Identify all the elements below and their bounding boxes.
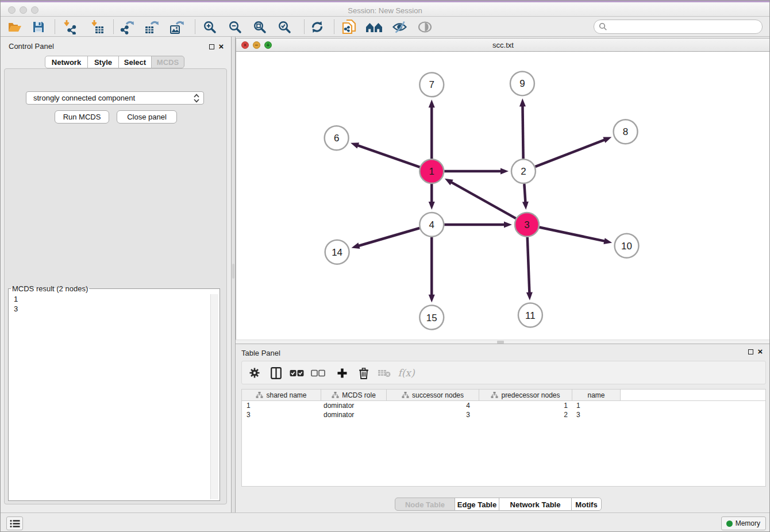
graph-edge-arrowhead <box>429 99 435 107</box>
import-network-icon[interactable] <box>60 18 79 35</box>
column-header-shared-name[interactable]: shared name <box>242 390 321 400</box>
column-label: MCDS role <box>342 391 376 399</box>
run-mcds-button[interactable]: Run MCDS <box>55 110 109 124</box>
result-scrollbar[interactable] <box>210 294 218 499</box>
graph-edge[interactable] <box>357 228 419 246</box>
tab-network-table[interactable]: Network Table <box>499 498 572 511</box>
add-row-icon[interactable] <box>334 365 350 380</box>
zoom-in-icon[interactable] <box>201 18 219 35</box>
main-toolbar <box>1 17 769 37</box>
graph-edge[interactable] <box>535 140 606 167</box>
search-icon <box>599 22 607 31</box>
tab-network[interactable]: Network <box>45 56 88 68</box>
delete-row-icon[interactable] <box>356 365 372 380</box>
table-settings-icon[interactable] <box>247 365 263 380</box>
search-field[interactable] <box>594 20 763 34</box>
search-input[interactable] <box>607 23 762 31</box>
table-tabs: Node Table Edge Table Network Table Moti… <box>395 498 602 511</box>
graph-edge[interactable] <box>528 237 530 294</box>
tab-mcds[interactable]: MCDS <box>151 56 184 68</box>
criterion-dropdown[interactable]: strongly connected component <box>26 91 204 105</box>
graph-edge[interactable] <box>356 145 419 167</box>
graph-node-label: 6 <box>334 133 339 144</box>
close-icon: × <box>758 349 763 354</box>
table-panel-float-button[interactable] <box>747 348 754 355</box>
function-builder-icon[interactable]: f(x) <box>396 365 417 380</box>
cell-successor-nodes[interactable]: 4 <box>387 402 479 410</box>
export-image-icon[interactable] <box>168 18 186 35</box>
column-label: predecessor nodes <box>501 391 560 399</box>
clone-network-icon[interactable] <box>340 18 358 35</box>
cell-name[interactable]: 1 <box>572 402 621 410</box>
column-header-successor-nodes[interactable]: successor nodes <box>387 390 479 400</box>
deselect-all-icon[interactable] <box>310 365 326 380</box>
mcds-result-box: MCDS result (2 nodes) 1 3 <box>8 284 220 501</box>
table-row[interactable]: 3 dominator 3 2 3 <box>242 410 765 419</box>
export-table-icon[interactable] <box>143 18 161 35</box>
cell-mcds-role[interactable]: dominator <box>321 411 387 419</box>
control-panel-close-button[interactable]: × <box>218 43 225 50</box>
graph-edge-arrowhead <box>526 292 533 300</box>
export-network-icon[interactable] <box>118 18 136 35</box>
graph-edge-arrowhead <box>504 221 512 228</box>
column-header-predecessor-nodes[interactable]: predecessor nodes <box>479 390 572 400</box>
graph-edge-arrowhead <box>522 202 529 210</box>
show-all-icon[interactable] <box>415 18 434 35</box>
first-neighbors-icon[interactable] <box>365 18 383 35</box>
close-panel-button[interactable]: Close panel <box>117 110 177 124</box>
tab-edge-table[interactable]: Edge Table <box>455 498 499 511</box>
graph-edge[interactable] <box>450 182 515 218</box>
table-panel: Table Panel × <box>236 344 770 512</box>
network-window-titlebar[interactable]: × − + scc.txt <box>236 38 770 52</box>
zoom-selected-icon[interactable] <box>275 18 294 35</box>
tab-select[interactable]: Select <box>118 56 152 68</box>
memory-button[interactable]: Memory <box>721 516 766 530</box>
tab-node-table[interactable]: Node Table <box>395 498 455 511</box>
table-panel-close-button[interactable]: × <box>757 348 764 355</box>
zoom-out-icon[interactable] <box>226 18 244 35</box>
graph-edge[interactable] <box>539 227 606 241</box>
network-canvas[interactable]: 1234678910111415 <box>236 52 770 340</box>
cell-mcds-role[interactable]: dominator <box>321 402 387 410</box>
network-view[interactable]: 1234678910111415 <box>236 52 770 340</box>
cell-successor-nodes[interactable]: 3 <box>387 411 479 419</box>
task-history-button[interactable] <box>6 516 23 530</box>
float-icon <box>209 44 214 49</box>
hide-selected-icon[interactable] <box>390 18 409 35</box>
status-bar: Memory <box>1 512 769 532</box>
delete-table-icon[interactable] <box>376 365 392 380</box>
network-title: scc.txt <box>236 41 770 49</box>
table-row[interactable]: 1 dominator 4 1 1 <box>242 401 765 410</box>
tree-icon <box>491 391 498 399</box>
cell-predecessor-nodes[interactable]: 1 <box>479 402 572 410</box>
save-session-icon[interactable] <box>29 18 48 35</box>
select-all-icon[interactable] <box>288 365 305 380</box>
graph-node-label: 7 <box>429 79 434 90</box>
graph-node-label: 1 <box>429 166 434 177</box>
column-header-name[interactable]: name <box>572 390 621 400</box>
cell-predecessor-nodes[interactable]: 2 <box>479 411 572 419</box>
splitter-grip[interactable] <box>232 264 234 279</box>
cell-name[interactable]: 3 <box>572 411 621 419</box>
panel-splitter[interactable] <box>231 37 236 512</box>
show-columns-icon[interactable] <box>268 365 284 380</box>
tab-motifs[interactable]: Motifs <box>571 498 602 511</box>
import-table-icon[interactable] <box>88 18 106 35</box>
column-header-mcds-role[interactable]: MCDS role <box>321 390 387 400</box>
control-panel-float-button[interactable] <box>208 43 215 50</box>
graph-edge-arrowhead <box>429 295 435 303</box>
cell-shared-name[interactable]: 3 <box>242 411 321 419</box>
cell-shared-name[interactable]: 1 <box>242 402 321 410</box>
tree-icon <box>332 391 339 399</box>
graph-node-label: 8 <box>623 126 628 137</box>
refresh-network-icon[interactable] <box>308 18 326 35</box>
tab-style[interactable]: Style <box>87 56 119 68</box>
graph-edge[interactable] <box>524 184 525 203</box>
tree-icon <box>402 391 409 399</box>
network-bottom-splitter[interactable] <box>236 340 770 344</box>
graph-edge[interactable] <box>522 105 523 159</box>
zoom-fit-icon[interactable] <box>251 18 269 35</box>
graph-edge-arrowhead <box>429 202 435 210</box>
table-panel-title: Table Panel <box>241 349 280 357</box>
open-session-icon[interactable] <box>5 18 24 35</box>
